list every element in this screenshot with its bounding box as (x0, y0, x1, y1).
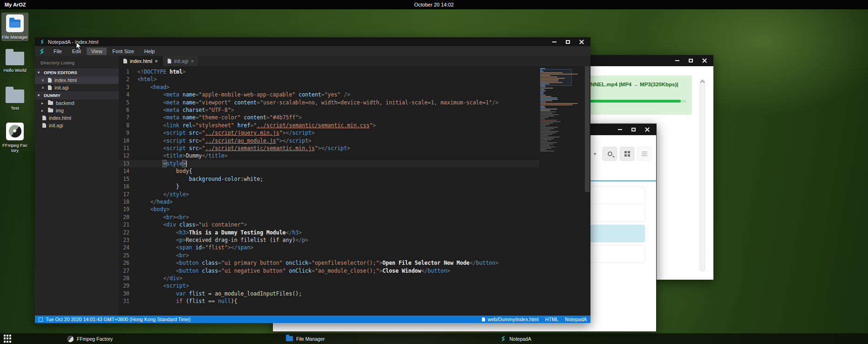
code-line[interactable]: 2<html> (119, 76, 539, 83)
desktop-icon-hello-world[interactable]: Hello World (1, 47, 28, 74)
code-line[interactable]: 24 <span id="flist"></span> (119, 244, 539, 251)
code-line[interactable]: 12 <title>Dummy</title> (119, 152, 539, 159)
list-view-button[interactable] (637, 147, 651, 161)
code-line[interactable]: 26 <button class="ui primary button" onc… (119, 259, 539, 267)
desktop-icon-ffmpeg-factory[interactable]: FFmpeg Factory (1, 121, 28, 154)
close-icon[interactable]: × (41, 85, 45, 90)
clock: October 20 14:02 (0, 2, 868, 7)
code-line[interactable]: 23 <p>Received drag-in filelist (if any)… (119, 236, 539, 244)
code-line[interactable]: 30 var flist = ao_module_loadInputFiles(… (119, 290, 539, 297)
desktop-icon-file-manager[interactable]: File Manager (1, 13, 28, 41)
folder-icon (6, 52, 24, 65)
grid-view-button[interactable] (620, 147, 634, 161)
code-line[interactable]: 16 } (119, 183, 539, 190)
notepada-logo-icon (39, 48, 45, 55)
tree-item-label: index.html (49, 115, 71, 121)
tree-item-img[interactable]: ▸img (35, 107, 119, 114)
maximize-icon[interactable] (631, 128, 636, 131)
line-number: 22 (119, 229, 137, 236)
tree-item-init.agi[interactable]: ×init.agi (35, 84, 119, 91)
minimize-icon[interactable] (675, 60, 679, 61)
scrollbar-thumb[interactable] (585, 66, 590, 192)
window-title: NotepadA - index.html (48, 39, 98, 45)
code-area[interactable]: 1<!DOCTYPE html>2<html>3 <head>4 <meta n… (119, 66, 590, 316)
search-button[interactable] (603, 147, 617, 161)
taskbar-item-label: NotepadA (509, 336, 531, 342)
minimize-icon[interactable] (552, 41, 556, 42)
editor-scrollbar[interactable] (584, 66, 590, 316)
code-line[interactable]: 21 <div class="ui container"> (119, 221, 539, 228)
menu-view[interactable]: View (87, 48, 107, 55)
code-line[interactable]: 11 <script src="../script/semantic/seman… (119, 144, 539, 152)
menu-font-size[interactable]: Font Size (108, 48, 138, 55)
tab-index.html[interactable]: index.html× (119, 56, 163, 66)
code-line[interactable]: 1<!DOCTYPE html> (119, 68, 539, 76)
start-menu-button[interactable] (4, 335, 12, 343)
line-content: } (137, 183, 179, 190)
code-line[interactable]: 8 <link rel="stylesheet" href="../script… (119, 122, 539, 129)
tab-init.agi[interactable]: init.agi× (163, 56, 199, 66)
notepada-titlebar[interactable]: NotepadA - index.html (35, 37, 590, 46)
taskbar-item-ffmpeg-factory[interactable]: FFmpeg Factory (64, 333, 115, 344)
line-content: </div> (137, 275, 183, 282)
code-line[interactable]: 14 body{ (119, 167, 539, 175)
code-line[interactable]: 25 <br> (119, 252, 539, 259)
line-number: 29 (119, 282, 137, 289)
desktop-icon-test[interactable]: Test (1, 84, 28, 112)
caret-down-icon[interactable]: ▾ (594, 151, 596, 156)
code-line[interactable]: 10 <script src="../script/ao_module.js">… (119, 137, 539, 144)
menu-help[interactable]: Help (140, 48, 160, 55)
close-icon[interactable]: × (155, 59, 158, 64)
code-line[interactable]: 15 background-color:white; (119, 175, 539, 183)
tree-section-dummy[interactable]: ▾DUMMY (35, 91, 119, 99)
scroll-up-icon[interactable] (700, 80, 705, 85)
close-icon[interactable] (645, 127, 650, 132)
tree-item-label: index.html (54, 77, 77, 83)
code-lines[interactable]: 1<!DOCTYPE html>2<html>3 <head>4 <meta n… (119, 68, 539, 305)
minimize-icon[interactable] (618, 129, 622, 130)
code-line[interactable]: 4 <meta name="apple-mobile-web-app-capab… (119, 91, 539, 98)
code-line[interactable]: 9 <script src="../script/jquery.min.js">… (119, 129, 539, 137)
taskbar-item-notepada[interactable]: NotepadA (497, 333, 534, 344)
close-icon[interactable]: × (191, 59, 194, 64)
code-line[interactable]: 17 </style> (119, 191, 539, 198)
line-content: if (flist == null){ (137, 297, 237, 305)
code-line[interactable]: 19 <body> (119, 206, 539, 213)
maximize-icon[interactable] (566, 40, 570, 44)
tree-item-index.html[interactable]: index.html (35, 114, 119, 122)
status-filepath[interactable]: web/Dummy/index.html (488, 316, 539, 322)
taskbar-item-file-manager[interactable]: File Manager (283, 333, 327, 344)
recycle-circle-icon (67, 336, 74, 342)
code-line[interactable]: 28 </div> (119, 275, 539, 282)
status-language[interactable]: HTML (545, 316, 559, 322)
code-line[interactable]: 7 <meta name="theme-color" content="#4b7… (119, 114, 539, 121)
menu-file[interactable]: File (49, 48, 67, 55)
code-line[interactable]: 18 </head> (119, 198, 539, 206)
code-line[interactable]: 13 <style> (119, 160, 539, 167)
code-line[interactable]: 27 <button class="ui negative button" on… (119, 267, 539, 275)
maximize-icon[interactable] (689, 59, 693, 62)
line-content: </style> (137, 191, 189, 198)
minimap[interactable] (540, 68, 583, 316)
desktop-icon-label: Test (2, 105, 28, 110)
tree-item-backend[interactable]: ▸backend (35, 99, 119, 107)
line-number: 27 (119, 267, 137, 275)
close-icon[interactable] (702, 58, 707, 63)
line-number: 23 (119, 236, 137, 244)
ffmpeg-scrollbar[interactable] (700, 79, 705, 271)
code-line[interactable]: 6 <meta charset="UTF-8"> (119, 106, 539, 114)
close-icon[interactable] (579, 40, 584, 44)
close-icon[interactable]: × (41, 78, 45, 83)
tree-item-init.agi[interactable]: init.agi (35, 122, 119, 129)
code-line[interactable]: 29 <script> (119, 282, 539, 289)
code-line[interactable]: 31 if (flist == null){ (119, 297, 539, 305)
code-line[interactable]: 3 <head> (119, 83, 539, 91)
line-content: <style> (137, 160, 187, 167)
tree-item-index.html[interactable]: ×index.html (35, 76, 119, 84)
tree-section-open-editors[interactable]: ▾OPEN EDITORS (35, 69, 119, 76)
code-line[interactable]: 22 <h3>This is a Dummy Testing Module</h… (119, 229, 539, 236)
menu-edit[interactable]: Edit (68, 48, 86, 55)
code-line[interactable]: 5 <meta name="viewport" content="user-sc… (119, 99, 539, 106)
code-line[interactable]: 20 <br><br> (119, 213, 539, 221)
file-icon (42, 123, 46, 128)
